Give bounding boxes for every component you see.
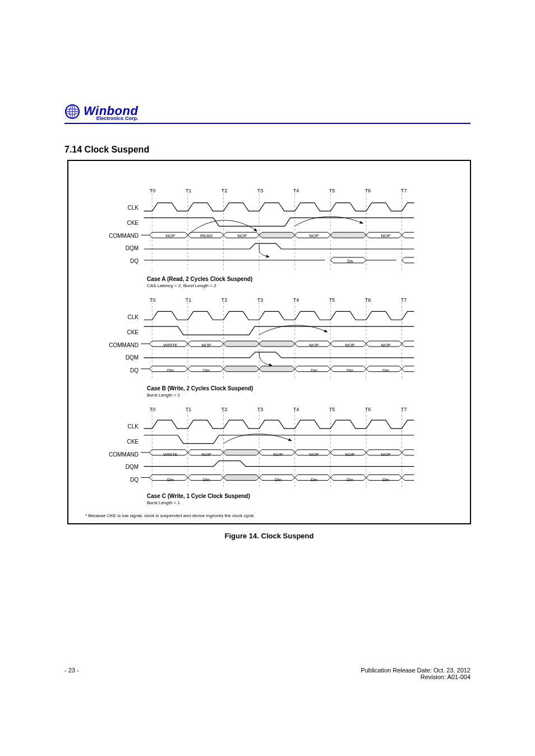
cycle-label: T1 [186,297,192,303]
case-a-sub: CAS Latency = 2, Burst Length = 2 [147,283,216,288]
cmd-nop: NOP [345,452,354,457]
cycle-label: T1 [186,188,192,193]
cmd-nop: NOP [381,452,390,457]
case-b-title: Case B (Write, 2 Cycles Clock Suspend) [147,385,253,391]
cycle-label: T6 [365,188,371,193]
cmd-nop: NOP [201,343,211,348]
footer-page: - 23 - [64,667,79,680]
dq-din: Din [311,477,317,482]
dq-din: Din [203,368,210,373]
signal-dqm: DQM [99,464,139,470]
cmd-write: WRITE [163,343,178,348]
cycle-label: T6 [365,297,371,303]
cycle-label: T7 [401,407,407,412]
signal-clk: CLK [99,423,139,430]
cmd-nop: NOP [309,343,319,348]
cycle-label: T0 [150,407,156,412]
dq-din: Din [311,368,317,373]
cycle-label: T2 [222,407,228,412]
signal-dq: DQ [99,367,139,374]
cycle-label: T7 [401,297,407,303]
signal-cke: CKE [99,220,139,226]
cmd-write: WRITE [163,452,178,457]
cmd-nop: NOP [237,233,247,238]
part-number: W9864G6JH [405,93,471,105]
cycle-label: T3 [257,188,264,193]
cycle-label: T4 [293,188,299,193]
dq-din: Din [382,477,389,482]
cycle-label: T5 [329,407,335,412]
cycle-label: T4 [293,407,299,412]
signal-cmd: COMMAND [99,451,139,458]
case-c-title: Case C (Write, 1 Cycle Clock Suspend) [147,493,250,499]
case-b-sub: Burst Length = 2 [147,393,180,398]
page-footer: - 23 - Publication Release Date: Oct. 23… [64,667,471,680]
dq-din: Din [167,477,174,482]
diagram-footnote: * Because CKE is low signal, clock is su… [85,513,255,518]
brand-subtitle: Electronics Corp. [96,116,139,121]
cmd-nop: NOP [381,233,390,238]
signal-dq: DQ [99,477,139,483]
cycle-label: T1 [186,407,192,412]
dq-din: Din [203,477,210,482]
signal-cke: CKE [99,439,139,445]
signal-cke: CKE [99,329,139,335]
cycle-label: T2 [222,297,228,303]
cmd-nop: NOP [309,233,319,238]
signal-dq: DQ [99,258,139,264]
case-c-sub: Burst Length = 1 [147,500,180,505]
globe-icon [64,104,80,122]
cycle-label: T6 [365,407,371,412]
section-title: 7.14 Clock Suspend [64,145,149,155]
footer-revision: Revision: A01-004 [421,674,471,680]
cmd-nop: NOP [381,343,390,348]
signal-clk: CLK [99,314,139,320]
page-header: Winbond Electronics Corp. [64,104,471,124]
cycle-label: T5 [329,297,335,303]
cmd-nop: NOP [309,452,319,457]
footer-rev-date: Publication Release Date: Oct. 23, 2012 [361,667,471,674]
dq-din: Din [347,477,353,482]
cmd-read: READ [200,233,213,238]
cycle-label: T7 [401,188,407,193]
figure-caption: Figure 14. Clock Suspend [68,532,470,540]
cycle-label: T4 [293,297,299,303]
cycle-label: T5 [329,188,335,193]
dq-data: Da [347,259,353,264]
signal-cmd: COMMAND [99,342,139,348]
dq-din: Din [382,368,389,373]
brand-text: Winbond Electronics Corp. [84,105,138,121]
signal-cmd: COMMAND [99,233,139,239]
signal-dqm: DQM [99,354,139,361]
brand-logo: Winbond Electronics Corp. [64,104,138,123]
signal-dqm: DQM [99,245,139,251]
case-a-title: Case A (Read, 2 Cycles Clock Suspend) [147,276,252,282]
cycle-label: T3 [257,297,264,303]
dq-din: Din [275,477,282,482]
dq-din: Din [347,368,353,373]
cycle-label: T0 [150,188,156,193]
cycle-label: T2 [222,188,228,193]
cmd-nop: NOP [165,233,175,238]
timing-diagram: T0 T1 T2 T3 T4 T5 T6 T7 CLK CKE COMMAND … [67,160,471,524]
cycle-label: T3 [257,407,264,412]
dq-din: Din [167,368,174,373]
page: Winbond Electronics Corp. W9864G6JH 7.14… [0,0,535,756]
cmd-nop: NOP [345,343,354,348]
signal-clk: CLK [99,205,139,211]
cycle-label: T0 [150,297,156,303]
cmd-nop: NOP [201,452,211,457]
cmd-nop: NOP [273,452,283,457]
